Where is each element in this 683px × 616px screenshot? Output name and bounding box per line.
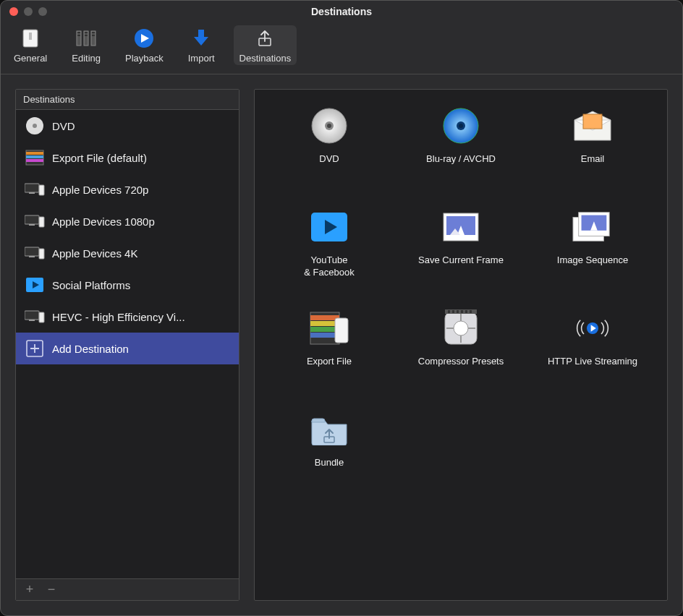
grid-item-label: DVD [319, 153, 339, 166]
svg-rect-5 [77, 32, 80, 33]
grid-item-export-file[interactable]: Export File [263, 308, 395, 402]
apple-devices-icon [25, 243, 45, 263]
grid-item-bundle[interactable]: Bundle [263, 409, 395, 503]
tab-label: Playback [125, 53, 164, 64]
grid-item-http-streaming[interactable]: HTTP Live Streaming [527, 308, 658, 402]
grid-item-save-frame[interactable]: Save Current Frame [395, 207, 527, 301]
svg-rect-10 [92, 35, 95, 36]
tab-editing[interactable]: Editing [66, 25, 106, 65]
svg-rect-27 [29, 256, 35, 257]
destinations-sidebar: Destinations DVD Export File (default) [15, 89, 239, 601]
svg-rect-18 [26, 155, 43, 158]
svg-rect-33 [39, 312, 44, 322]
svg-point-40 [459, 124, 463, 128]
grid-item-dvd[interactable]: DVD [263, 106, 395, 200]
sidebar-item-label: Export File (default) [52, 152, 230, 164]
grid-item-label: Image Sequence [557, 254, 628, 267]
tab-general[interactable]: General [8, 25, 53, 65]
email-icon [572, 106, 613, 146]
sidebar-item-export-file[interactable]: Export File (default) [16, 142, 239, 174]
dvd-disc-icon [25, 116, 45, 136]
sidebar-item-label: Apple Devices 720p [52, 184, 230, 196]
sidebar-item-label: Apple Devices 1080p [52, 215, 230, 228]
grid-item-youtube-facebook[interactable]: YouTube & Facebook [263, 207, 395, 301]
svg-rect-59 [335, 318, 348, 343]
tab-destinations[interactable]: Destinations [234, 25, 297, 65]
tab-import[interactable]: Import [182, 25, 221, 65]
svg-rect-21 [29, 192, 35, 194]
svg-rect-63 [448, 310, 450, 313]
sidebar-item-apple-1080p[interactable]: Apple Devices 1080p [16, 205, 239, 237]
preferences-toolbar: General Editing [1, 22, 682, 74]
export-file-icon [309, 308, 349, 348]
grid-item-email[interactable]: Email [527, 106, 658, 200]
http-stream-icon [572, 308, 613, 348]
svg-rect-65 [457, 310, 459, 313]
sidebar-item-hevc[interactable]: HEVC - High Efficiency Vi... [16, 301, 239, 333]
svg-rect-67 [465, 310, 467, 313]
grid-item-label: Email [581, 153, 605, 166]
grid-item-label: Bundle [315, 457, 344, 469]
svg-rect-28 [39, 249, 44, 259]
apple-devices-icon [25, 179, 45, 200]
sidebar-item-apple-720p[interactable]: Apple Devices 720p [16, 174, 239, 205]
bundle-folder-icon [309, 409, 349, 450]
svg-rect-26 [25, 247, 39, 256]
apple-devices-icon [25, 211, 45, 231]
save-frame-icon [441, 207, 481, 247]
tab-label: General [14, 53, 47, 64]
destination-templates-grid: DVD Blu-ray / AVCHD Email YouTube & Face… [254, 89, 668, 601]
dvd-disc-icon [309, 106, 349, 146]
svg-rect-64 [452, 310, 454, 313]
svg-rect-19 [26, 159, 43, 162]
bluray-disc-icon [441, 106, 481, 146]
preferences-window: Destinations General [0, 0, 683, 616]
grid-item-image-sequence[interactable]: Image Sequence [527, 207, 658, 301]
svg-rect-20 [25, 184, 39, 192]
tab-label: Import [188, 53, 215, 64]
svg-rect-9 [92, 32, 95, 33]
svg-rect-1 [29, 33, 32, 40]
destinations-icon [253, 27, 276, 50]
export-file-icon [25, 147, 45, 168]
add-plus-icon [25, 338, 45, 359]
remove-button[interactable]: − [45, 582, 58, 597]
svg-rect-43 [583, 114, 602, 129]
svg-point-15 [33, 124, 37, 128]
image-sequence-icon [572, 207, 613, 247]
social-video-icon [309, 207, 349, 247]
apple-devices-icon [25, 307, 45, 327]
sidebar-item-dvd[interactable]: DVD [16, 110, 239, 142]
svg-rect-24 [29, 224, 35, 226]
editing-icon [75, 27, 98, 50]
svg-rect-66 [461, 310, 463, 313]
sidebar-item-apple-4k[interactable]: Apple Devices 4K [16, 237, 239, 269]
grid-item-compressor[interactable]: Compressor Presets [395, 308, 527, 402]
import-icon [190, 27, 213, 50]
svg-rect-68 [470, 310, 472, 313]
sidebar-item-label: DVD [52, 120, 230, 132]
sidebar-item-social[interactable]: Social Platforms [16, 269, 239, 301]
titlebar: Destinations [1, 1, 682, 22]
sidebar-list: DVD Export File (default) Apple Devices … [16, 110, 239, 578]
compressor-icon [441, 308, 481, 348]
add-button[interactable]: + [23, 582, 36, 597]
tab-label: Editing [72, 53, 101, 64]
svg-rect-7 [85, 32, 88, 33]
tab-label: Destinations [239, 53, 292, 64]
svg-point-37 [327, 124, 331, 128]
window-title: Destinations [1, 6, 682, 17]
svg-point-61 [454, 321, 468, 335]
sidebar-item-add-destination[interactable]: Add Destination [16, 333, 239, 364]
sidebar-item-label: Social Platforms [52, 279, 230, 291]
grid-item-label: Compressor Presets [418, 356, 504, 368]
svg-rect-8 [85, 35, 88, 36]
svg-rect-6 [77, 35, 80, 36]
svg-rect-17 [26, 152, 43, 155]
svg-rect-22 [39, 185, 44, 195]
grid-item-bluray[interactable]: Blu-ray / AVCHD [395, 106, 527, 200]
sidebar-item-label: Add Destination [52, 343, 230, 355]
playback-icon [132, 27, 156, 50]
tab-playback[interactable]: Playback [119, 25, 169, 65]
svg-rect-23 [25, 215, 39, 224]
